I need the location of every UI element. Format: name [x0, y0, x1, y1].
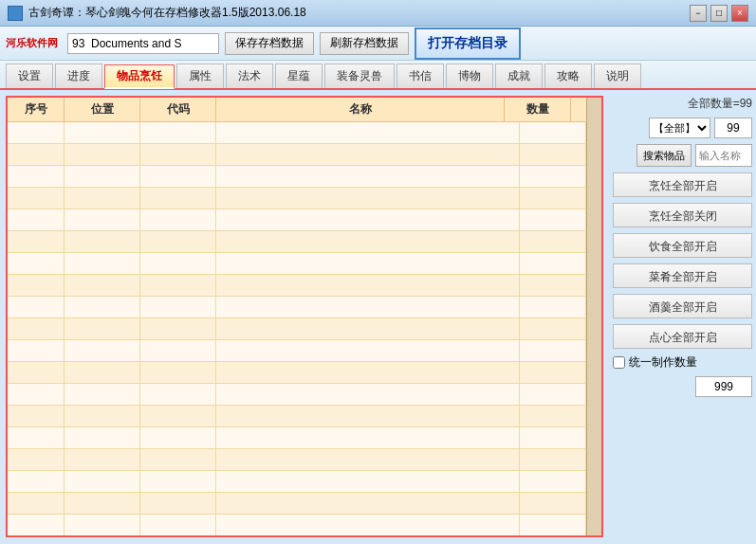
table-cell	[8, 427, 65, 448]
soup-all-open-btn[interactable]: 酒羹全部开启	[613, 294, 752, 318]
table-row[interactable]	[8, 471, 586, 493]
dessert-all-open-btn[interactable]: 点心全部开启	[613, 324, 752, 349]
table-cell	[8, 275, 65, 296]
table-row[interactable]	[8, 166, 586, 188]
table-cell	[140, 122, 216, 143]
open-dir-btn[interactable]: 打开存档目录	[415, 27, 521, 60]
table-cell	[520, 449, 586, 470]
minimize-button[interactable]: －	[690, 5, 707, 22]
table-cell	[8, 209, 65, 230]
table-body	[8, 122, 586, 535]
table-cell	[216, 384, 520, 405]
dropdown-number-input[interactable]	[714, 118, 752, 138]
table-row[interactable]	[8, 253, 586, 275]
table-cell	[65, 340, 140, 361]
dropdown-row: 【全部】	[613, 118, 752, 138]
table-cell	[216, 340, 520, 361]
tab-说明[interactable]: 说明	[594, 63, 641, 88]
table-cell	[65, 406, 140, 426]
search-input[interactable]	[695, 144, 752, 167]
save-btn[interactable]: 保存存档数据	[225, 32, 314, 55]
tab-攻略[interactable]: 攻略	[544, 63, 592, 88]
table-row[interactable]	[8, 231, 586, 253]
table-cell	[520, 253, 586, 274]
table-row[interactable]	[8, 449, 586, 471]
table-row[interactable]	[8, 340, 586, 362]
table-cell	[520, 515, 586, 535]
table-cell	[216, 449, 520, 470]
tab-博物[interactable]: 博物	[446, 63, 493, 88]
table-cell	[140, 471, 216, 492]
table-row[interactable]	[8, 318, 586, 340]
table-cell	[520, 122, 586, 143]
table-cell	[216, 144, 520, 165]
tab-成就[interactable]: 成就	[495, 63, 543, 88]
table-cell	[8, 493, 65, 514]
table-cell	[140, 406, 216, 426]
table-row[interactable]	[8, 384, 586, 406]
tab-进度[interactable]: 进度	[55, 63, 102, 88]
tab-星蕴[interactable]: 星蕴	[275, 63, 323, 88]
table-row[interactable]	[8, 362, 586, 384]
table-cell	[140, 362, 216, 383]
table-row[interactable]	[8, 493, 586, 515]
food-all-open-btn[interactable]: 饮食全部开启	[613, 233, 752, 258]
path-input[interactable]	[67, 33, 219, 54]
scrollbar[interactable]	[586, 122, 601, 535]
category-dropdown[interactable]: 【全部】	[649, 118, 710, 138]
table-cell	[65, 427, 140, 448]
table-row[interactable]	[8, 406, 586, 427]
table-cell	[65, 297, 140, 317]
table-row[interactable]	[8, 188, 586, 209]
table-cell	[65, 471, 140, 492]
close-button[interactable]: ×	[731, 5, 748, 22]
table-row[interactable]	[8, 209, 586, 231]
unified-quantity-checkbox[interactable]	[613, 356, 625, 369]
dish-all-open-btn[interactable]: 菜肴全部开启	[613, 263, 752, 288]
toolbar: 河乐软件网 保存存档数据 刷新存档数据 打开存档目录	[0, 27, 756, 61]
table-cell	[65, 515, 140, 535]
tab-物品烹饪[interactable]: 物品烹饪	[104, 64, 175, 89]
table-cell	[140, 231, 216, 252]
cooking-all-open-btn[interactable]: 烹饪全部开启	[613, 172, 752, 197]
table-cell	[216, 188, 520, 209]
tab-设置[interactable]: 设置	[6, 63, 53, 88]
tab-装备灵兽[interactable]: 装备灵兽	[324, 63, 395, 88]
table-cell	[140, 209, 216, 230]
checkbox-label: 统一制作数量	[629, 354, 697, 371]
table-header-cell: 位置	[65, 98, 140, 121]
table-cell	[65, 144, 140, 165]
window-controls: － □ ×	[690, 5, 748, 22]
table-row[interactable]	[8, 297, 586, 318]
table-cell	[8, 515, 65, 535]
search-row: 搜索物品	[613, 144, 752, 167]
table-cell	[8, 406, 65, 426]
table-row[interactable]	[8, 515, 586, 535]
tab-法术[interactable]: 法术	[226, 63, 273, 88]
tab-书信[interactable]: 书信	[396, 63, 444, 88]
table-cell	[140, 384, 216, 405]
cooking-all-close-btn[interactable]: 烹饪全部关闭	[613, 203, 752, 227]
table-header-cell: 序号	[8, 98, 65, 121]
maximize-button[interactable]: □	[710, 5, 728, 22]
table-cell	[65, 362, 140, 383]
table-cell	[65, 493, 140, 514]
table-cell	[8, 449, 65, 470]
tab-属性[interactable]: 属性	[176, 63, 224, 88]
table-cell	[8, 253, 65, 274]
table-row[interactable]	[8, 144, 586, 166]
table-cell	[216, 209, 520, 230]
table-row[interactable]	[8, 427, 586, 449]
table-cell	[216, 471, 520, 492]
refresh-btn[interactable]: 刷新存档数据	[320, 32, 409, 55]
table-row[interactable]	[8, 122, 586, 144]
table-cell	[65, 122, 140, 143]
table-cell	[140, 493, 216, 514]
table-header-cell: 代码	[140, 98, 216, 121]
table-cell	[65, 231, 140, 252]
search-btn[interactable]: 搜索物品	[636, 144, 691, 167]
total-count-label: 全部数量=99	[613, 96, 752, 112]
table-cell	[216, 253, 520, 274]
quantity-input[interactable]	[695, 376, 752, 397]
table-row[interactable]	[8, 275, 586, 297]
